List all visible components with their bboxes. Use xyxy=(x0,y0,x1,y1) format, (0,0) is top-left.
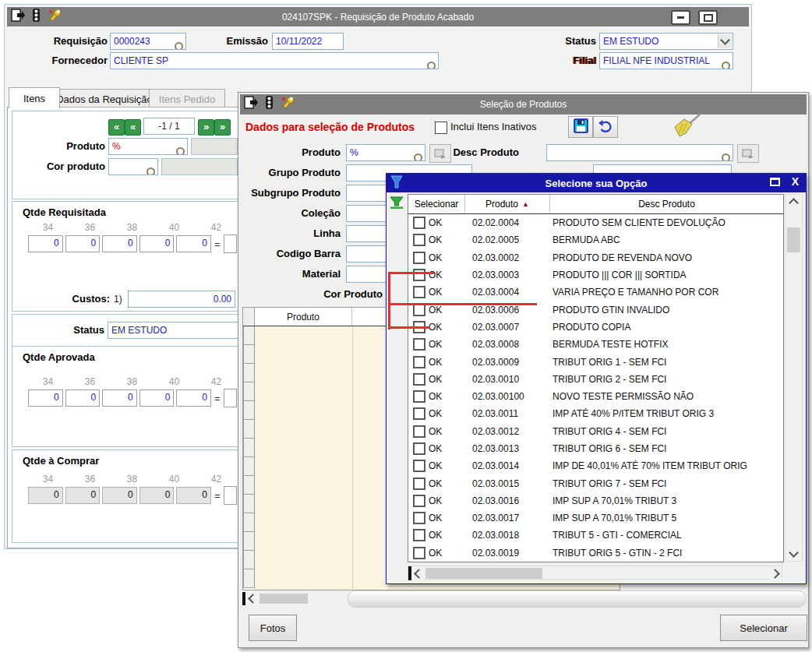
table-row[interactable]: OK02.03.0014IMP DE 40,01% ATÉ 70% ITEM T… xyxy=(408,457,783,474)
table-row[interactable]: OK02.03.0010TRIBUT ORIG 2 - SEM FCI xyxy=(408,371,783,388)
minimize-button[interactable] xyxy=(671,10,690,25)
wrench-icon[interactable] xyxy=(48,9,62,25)
scroll-thumb[interactable] xyxy=(259,594,308,604)
grid-col-produto[interactable]: Produto xyxy=(255,308,352,326)
lookup-icon[interactable] xyxy=(427,62,436,69)
clear-filters-button[interactable] xyxy=(673,113,701,140)
row-checkbox[interactable] xyxy=(413,217,425,229)
qty-cell[interactable]: 0 xyxy=(139,235,175,252)
scroll-left-arrow[interactable] xyxy=(412,566,424,580)
traffic-light-icon[interactable] xyxy=(31,9,41,26)
table-row[interactable]: OK02.03.0008BERMUDA TESTE HOTFIX xyxy=(408,336,783,353)
qty-cell[interactable]: 0 xyxy=(102,389,137,407)
nav-last-button[interactable]: » xyxy=(214,119,231,136)
table-row[interactable]: OK02.03.0019TRIBUT ORIG 5 - GTIN - 2 FCI xyxy=(408,545,783,562)
col-selecionar[interactable]: Selecionar xyxy=(408,195,464,213)
exit-icon[interactable] xyxy=(244,96,258,112)
row-checkbox[interactable] xyxy=(413,286,425,298)
status-combo[interactable]: EM ESTUDO xyxy=(599,33,733,50)
qty-cell[interactable]: 0 xyxy=(139,389,175,407)
titlebar-requisicao[interactable]: 024107SPK - Requisição de Produto Acabad… xyxy=(7,7,749,26)
lookup-icon[interactable] xyxy=(414,153,422,161)
cor-produto-field[interactable] xyxy=(108,158,158,175)
row-checkbox[interactable] xyxy=(413,460,425,472)
chevron-down-icon[interactable] xyxy=(718,34,732,48)
titlebar-selecao[interactable]: Seleção de Produtos xyxy=(240,94,807,115)
lookup-icon[interactable] xyxy=(175,42,183,50)
titlebar-dialog[interactable]: Selecione sua Opção X xyxy=(387,174,806,192)
apply-filter-icon[interactable] xyxy=(390,196,404,212)
table-row[interactable]: OK02.03.0002PRODUTO DE REVENDA NOVO xyxy=(408,249,783,266)
col-produto[interactable]: Produto▲ xyxy=(464,195,549,213)
nav-next-button[interactable]: » xyxy=(198,119,214,136)
wrench-icon[interactable] xyxy=(281,96,295,112)
table-row[interactable]: OK02.03.0009TRIBUT ORIG 1 - SEM FCI xyxy=(408,353,783,370)
produto-filter-field[interactable]: % xyxy=(346,144,425,161)
close-icon[interactable]: X xyxy=(792,175,799,188)
qty-cell[interactable]: 0 xyxy=(28,235,63,252)
qty-cell[interactable]: 0 xyxy=(176,235,211,252)
row-checkbox[interactable] xyxy=(413,234,425,246)
lookup-icon[interactable] xyxy=(176,147,185,155)
table-row[interactable]: OK02.03.00100NOVO TESTE PERMISSÃO NÃO xyxy=(408,388,783,405)
row-checkbox[interactable] xyxy=(413,407,425,420)
item-status-field[interactable]: EM ESTUDO xyxy=(108,322,240,339)
total-field[interactable] xyxy=(224,389,237,407)
row-checkbox[interactable] xyxy=(413,269,425,281)
scroll-thumb[interactable] xyxy=(787,227,800,252)
row-checkbox[interactable] xyxy=(413,529,425,541)
filial-field[interactable]: FILIAL NFE INDUSTRIAL xyxy=(599,52,733,69)
tab-itens[interactable]: Itens xyxy=(9,87,60,108)
tab-dados-da-requisicao[interactable]: Dados da Requisição xyxy=(48,89,161,108)
scroll-right-arrow[interactable] xyxy=(770,566,782,580)
table-row[interactable]: OK02.02.0005BERMUDA ABC xyxy=(408,231,783,248)
table-row[interactable]: OK02.03.0015TRIBUT ORIG 7 - SEM FCI xyxy=(408,474,783,492)
maximize-icon[interactable] xyxy=(770,178,780,186)
qty-cell[interactable]: 0 xyxy=(65,235,101,252)
row-checkbox[interactable] xyxy=(413,373,425,386)
qty-cell[interactable]: 0 xyxy=(102,235,137,252)
desc-produto-field[interactable] xyxy=(546,144,733,161)
row-checkbox[interactable] xyxy=(413,356,425,368)
table-row[interactable]: OK02.03.0012TRIBUT ORIG 4 - SEM FCI xyxy=(408,423,783,440)
inativos-checkbox[interactable] xyxy=(435,122,447,134)
scroll-left-arrow[interactable] xyxy=(246,592,258,605)
maximize-button[interactable] xyxy=(698,10,718,25)
nav-prev-button[interactable]: « xyxy=(125,119,141,136)
table-row[interactable]: OK02.03.0017IMP SUP A 70,01% TRIBUT 5 xyxy=(408,509,783,527)
emissao-field[interactable]: 10/11/2022 xyxy=(272,33,344,50)
row-checkbox[interactable] xyxy=(413,442,425,455)
lookup-icon[interactable] xyxy=(722,153,730,161)
save-button[interactable] xyxy=(568,116,593,138)
lookup-icon[interactable] xyxy=(722,62,730,69)
row-checkbox[interactable] xyxy=(413,304,425,316)
table-row[interactable]: OK02.03.0007PRODUTO COPIA xyxy=(408,319,783,336)
row-checkbox[interactable] xyxy=(413,338,425,351)
record-position-field[interactable]: -1 / 1 xyxy=(143,118,195,135)
table-row[interactable]: OK02.03.0016IMP SUP A 70,01% TRIBUT 3 xyxy=(408,492,783,509)
table-row[interactable]: OK02.03.0018TRIBUT 5 - GTI - COMERCIAL xyxy=(408,527,783,544)
traffic-light-icon[interactable] xyxy=(264,96,274,113)
selecionar-button[interactable]: Selecionar xyxy=(720,615,807,641)
table-row[interactable]: OK02.02.0004PRODUTO SEM CLIENTE DEVOLUÇÃ… xyxy=(408,214,783,231)
scroll-up-arrow[interactable] xyxy=(786,195,802,209)
grid-hscrollbar[interactable] xyxy=(242,592,349,605)
table-row[interactable]: OK02.03.0003PRODUTO ||| COR ||| SORTIDA xyxy=(408,266,783,284)
col-desc-produto[interactable]: Desc Produto xyxy=(549,195,783,213)
total-field[interactable] xyxy=(224,234,237,253)
table-row[interactable]: OK02.03.0013TRIBUT ORIG 6 - SEM FCI xyxy=(408,440,783,457)
scroll-thumb[interactable] xyxy=(425,568,542,579)
lookup-icon[interactable] xyxy=(147,167,155,175)
produto-field[interactable]: % xyxy=(108,138,188,155)
dialog-vscrollbar[interactable] xyxy=(785,194,803,562)
row-checkbox[interactable] xyxy=(413,425,425,438)
fotos-button[interactable]: Fotos xyxy=(249,615,297,641)
row-checkbox[interactable] xyxy=(413,390,425,403)
qty-cell[interactable]: 0 xyxy=(28,389,63,407)
exit-icon[interactable] xyxy=(11,9,25,25)
qty-cell[interactable]: 0 xyxy=(176,389,211,407)
row-checkbox[interactable] xyxy=(413,478,425,490)
row-checkbox[interactable] xyxy=(413,495,425,507)
undo-button[interactable] xyxy=(593,116,618,138)
row-checkbox[interactable] xyxy=(413,252,425,264)
